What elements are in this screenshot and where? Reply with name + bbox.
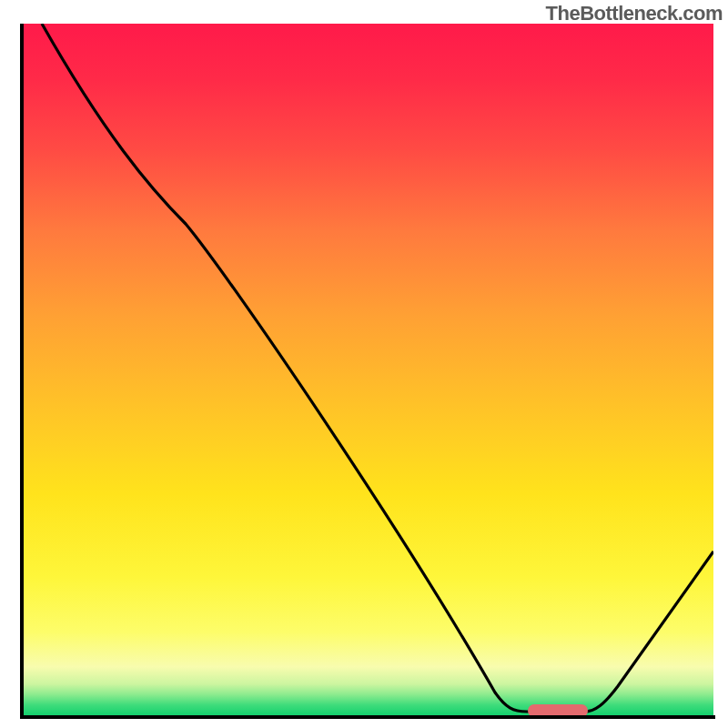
x-axis <box>20 715 715 719</box>
bottleneck-curve <box>42 24 713 712</box>
y-axis <box>20 24 24 719</box>
curve-layer <box>22 24 713 715</box>
plot-area <box>22 24 713 715</box>
watermark-text: TheBottleneck.com <box>546 2 723 25</box>
